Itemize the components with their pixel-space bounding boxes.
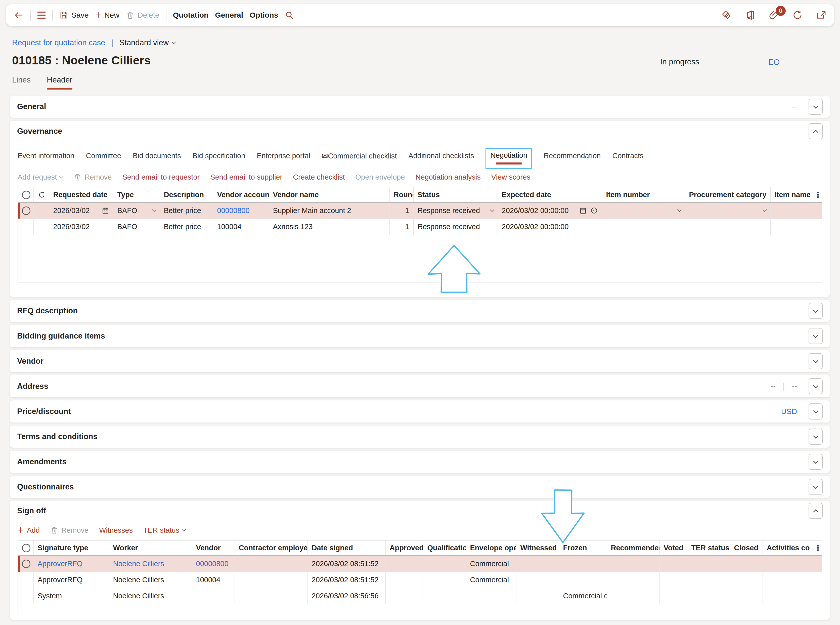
expand-terms-button[interactable] <box>809 429 823 445</box>
col-status[interactable]: Status <box>413 187 498 202</box>
ter-status-button[interactable]: TER status <box>143 526 185 535</box>
col-contractor-employee[interactable]: Contractor employee <box>234 541 307 556</box>
worker-link[interactable]: Noelene Cilliers <box>113 560 164 567</box>
add-request-button[interactable]: Add request <box>18 173 63 181</box>
expand-price-discount-button[interactable] <box>809 403 823 420</box>
expand-bidding-guidance-button[interactable] <box>809 328 823 344</box>
col-item-number[interactable]: Item number <box>602 187 685 202</box>
col-signature-type[interactable]: Signature type <box>33 541 109 556</box>
col-procurement-category[interactable]: Procurement category <box>685 187 770 202</box>
search-button[interactable] <box>285 10 294 20</box>
menu-toggle-button[interactable] <box>37 12 46 19</box>
col-vendor[interactable]: Vendor <box>192 541 234 556</box>
requested-date-value[interactable]: 2026/03/02 <box>49 219 113 235</box>
col-ter-status[interactable]: TER status <box>687 541 730 556</box>
col-activities-completed[interactable]: Activities completed <box>762 541 810 556</box>
gov-tab-commercial-checklist[interactable]: ✉Commercial checklist <box>322 148 397 160</box>
grid-options-menu[interactable]: ⋮ <box>810 541 822 556</box>
tab-lines[interactable]: Lines <box>12 75 31 88</box>
attachments-button[interactable]: 0 <box>769 10 779 20</box>
col-worker[interactable]: Worker <box>109 541 192 556</box>
item-number-value[interactable] <box>602 219 685 235</box>
expand-general-button[interactable] <box>809 99 823 115</box>
col-round[interactable]: Round <box>390 187 413 202</box>
collapse-sign-off-button[interactable] <box>809 503 823 519</box>
new-button[interactable]: + New <box>95 11 120 19</box>
expand-amendments-button[interactable] <box>809 454 823 470</box>
send-email-to-requestor-button[interactable]: Send email to requestor <box>122 173 200 181</box>
company-link[interactable]: EO <box>769 58 779 67</box>
add-signoff-button[interactable]: + Add <box>18 526 40 535</box>
vendor-link[interactable]: 00000800 <box>196 560 228 567</box>
currency-value[interactable]: USD <box>781 407 797 416</box>
row-checkbox[interactable] <box>22 207 30 215</box>
col-closed[interactable]: Closed <box>730 541 762 556</box>
vendor-value[interactable]: 100004 <box>192 572 234 588</box>
worker-value[interactable]: Noelene Cilliers <box>109 572 192 588</box>
gov-tab-bid-documents[interactable]: Bid documents <box>133 148 181 160</box>
calendar-icon[interactable] <box>102 207 109 214</box>
gov-tab-contracts[interactable]: Contracts <box>612 148 643 160</box>
view-scores-button[interactable]: View scores <box>491 173 531 181</box>
expand-questionnaires-button[interactable] <box>809 479 823 495</box>
calendar-icon[interactable] <box>579 207 587 214</box>
signature-type-value[interactable]: ApproverRFQ <box>33 572 109 588</box>
col-date-signed[interactable]: Date signed <box>307 541 385 556</box>
col-description[interactable]: Description <box>160 187 213 202</box>
row-checkbox[interactable] <box>22 560 30 568</box>
procurement-category-value[interactable] <box>685 219 770 235</box>
menu-general[interactable]: General <box>215 11 243 19</box>
signature-type-link[interactable]: ApproverRFQ <box>38 560 83 567</box>
menu-options[interactable]: Options <box>250 11 278 19</box>
description-value[interactable]: Better price <box>160 219 213 235</box>
status-dropdown[interactable]: Response received <box>413 202 498 219</box>
type-value[interactable]: BAFO <box>113 219 160 235</box>
col-type[interactable]: Type <box>113 187 160 202</box>
select-all-checkbox[interactable] <box>22 191 30 199</box>
expected-date-value[interactable]: 2026/03/02 00:00:00 <box>498 219 602 235</box>
gov-tab-event-information[interactable]: Event information <box>18 148 75 160</box>
col-recommended[interactable]: Recommended <box>607 541 660 556</box>
vendor-account-value[interactable]: 100004 <box>213 219 269 235</box>
gov-tab-committee[interactable]: Committee <box>86 148 121 160</box>
description-value[interactable]: Better price <box>160 202 213 219</box>
col-approved[interactable]: Approved <box>385 541 423 556</box>
delete-button[interactable]: Delete <box>126 11 159 19</box>
open-in-new-window-button[interactable] <box>816 10 826 20</box>
office-apps-button[interactable] <box>745 10 756 20</box>
expand-address-button[interactable] <box>809 378 823 394</box>
col-envelope-opened[interactable]: Envelope opened <box>466 541 516 556</box>
col-voted[interactable]: Voted <box>660 541 687 556</box>
breadcrumb-page-link[interactable]: Request for quotation case <box>12 38 106 47</box>
col-expected-date[interactable]: Expected date <box>498 187 602 202</box>
clock-icon[interactable] <box>590 207 598 214</box>
status-value[interactable]: Response received <box>413 219 498 235</box>
select-all-checkbox[interactable] <box>22 544 30 552</box>
expand-rfq-description-button[interactable] <box>809 303 823 319</box>
col-witnessed[interactable]: Witnessed <box>516 541 559 556</box>
create-checklist-button[interactable]: Create checklist <box>293 173 345 181</box>
col-qualification[interactable]: Qualification <box>423 541 466 556</box>
worker-value[interactable]: Noelene Cilliers <box>109 588 192 604</box>
col-frozen[interactable]: Frozen <box>559 541 607 556</box>
send-email-to-supplier-button[interactable]: Send email to supplier <box>210 173 283 181</box>
gov-tab-negotiation-active[interactable]: Negotiation <box>486 148 532 169</box>
collapse-governance-button[interactable] <box>809 123 823 139</box>
item-number-dropdown[interactable] <box>602 202 685 219</box>
vendor-account-link[interactable]: 00000800 <box>217 207 250 215</box>
remove-request-button[interactable]: Remove <box>73 173 112 181</box>
expand-vendor-button[interactable] <box>809 353 823 369</box>
witnesses-button[interactable]: Witnesses <box>99 526 133 535</box>
tab-header[interactable]: Header <box>47 75 72 88</box>
col-vendor-account[interactable]: Vendor account <box>213 187 269 202</box>
negotiation-analysis-button[interactable]: Negotiation analysis <box>415 173 481 181</box>
refresh-column-icon[interactable] <box>38 191 46 199</box>
gov-tab-additional-checklists[interactable]: Additional checklists <box>408 148 474 160</box>
gov-tab-enterprise-portal[interactable]: Enterprise portal <box>257 148 310 160</box>
power-apps-button[interactable] <box>721 10 732 20</box>
expected-date-field[interactable]: 2026/03/02 00:00:00 <box>498 202 602 219</box>
view-selector[interactable]: Standard view <box>120 38 175 47</box>
col-item-name[interactable]: Item name <box>770 187 810 202</box>
save-button[interactable]: Save <box>59 11 89 20</box>
gov-tab-recommendation[interactable]: Recommendation <box>543 148 601 160</box>
